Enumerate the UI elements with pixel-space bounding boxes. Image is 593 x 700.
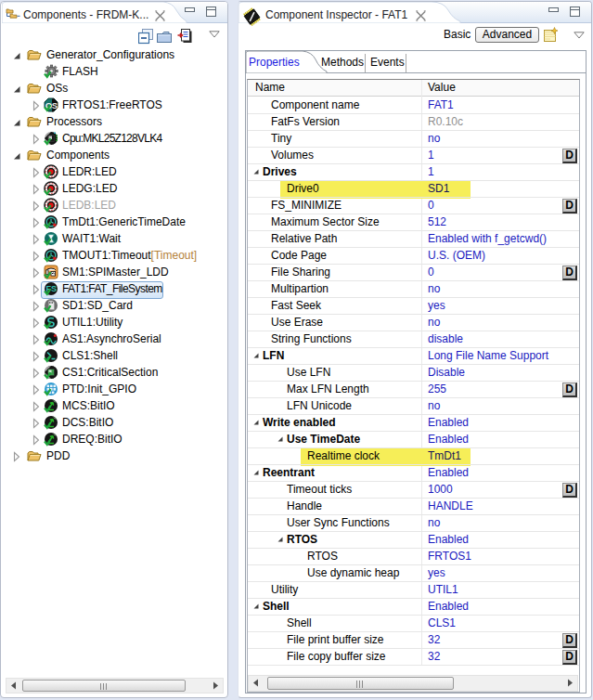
svg-text:OS: OS (45, 100, 58, 110)
